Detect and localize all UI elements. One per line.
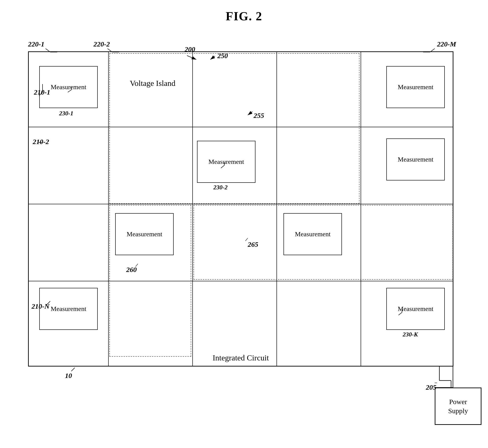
label-205: 205 <box>426 383 436 391</box>
mbox-row3-col2-label: Measurement <box>127 230 162 238</box>
mbox-230-K-label: Measurement <box>398 305 433 312</box>
voltage-island-text: Voltage Island <box>130 79 175 88</box>
label-250: 250 <box>217 52 228 60</box>
diagram-container: Measurement 230-1 Measurement Measuremen… <box>14 30 474 434</box>
mbox-row4-col1-label: Measurement <box>51 305 86 312</box>
label-220-1: 220-1 <box>28 40 44 48</box>
mbox-230-K: Measurement <box>386 288 445 330</box>
label-230-1: 230-1 <box>59 110 73 117</box>
ic-label: Integrated Circuit <box>29 353 453 362</box>
label-220-2: 220-2 <box>93 40 110 48</box>
hline-2 <box>29 204 453 204</box>
hline-3 <box>29 281 453 281</box>
label-200: 200 <box>185 45 195 53</box>
mbox-230-1: Measurement <box>39 66 98 108</box>
mbox-row3-col4: Measurement <box>283 213 342 255</box>
label-260: 260 <box>126 266 137 274</box>
label-265: 265 <box>248 240 258 248</box>
label-10: 10 <box>65 372 72 380</box>
ic-box: Measurement 230-1 Measurement Measuremen… <box>28 51 453 367</box>
vline-1 <box>108 52 109 366</box>
label-210-N: 210-N <box>32 302 50 310</box>
label-220-M: 220-M <box>437 40 456 48</box>
mbox-230-2-label: Measurement <box>208 158 244 166</box>
label-230-2: 230-2 <box>213 184 228 191</box>
svg-line-22 <box>71 368 75 371</box>
mbox-row3-col2: Measurement <box>115 213 174 255</box>
mbox-row2-col5: Measurement <box>386 138 445 180</box>
label-255: 255 <box>254 112 264 120</box>
mbox-230-2: Measurement <box>197 141 256 183</box>
mbox-row3-col4-label: Measurement <box>295 230 331 238</box>
page-title: FIG. 2 <box>0 0 488 23</box>
mbox-row1-col5-label: Measurement <box>398 83 433 91</box>
power-supply-box: Power Supply <box>435 388 481 425</box>
label-210-2: 210-2 <box>33 138 49 146</box>
mbox-row1-col5: Measurement <box>386 66 445 108</box>
label-230-K: 230-K <box>403 331 418 338</box>
mbox-230-1-label: Measurement <box>51 83 86 91</box>
mbox-row2-col5-label: Measurement <box>398 156 433 163</box>
power-supply-text: Power Supply <box>448 397 468 415</box>
voltage-island-label: Voltage Island <box>129 78 176 89</box>
label-210-1: 210-1 <box>34 88 50 96</box>
